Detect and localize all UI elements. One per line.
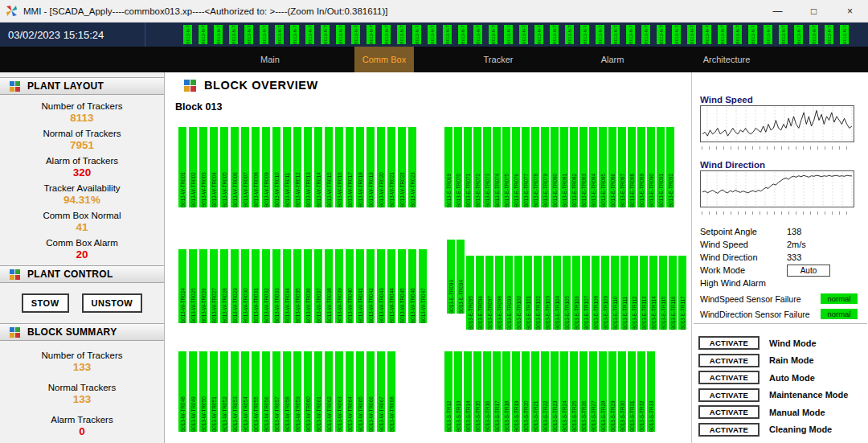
tracker-tag[interactable]: B013-N-TR44 xyxy=(840,25,849,44)
tracker-tag[interactable]: B013-N-TR08 xyxy=(290,25,299,44)
tracker-tag[interactable]: B013-N-TR35 xyxy=(702,25,711,44)
tracker-bar[interactable]: B013-E-TR114 xyxy=(649,256,657,330)
tracker-tag[interactable]: B013-N-TR25 xyxy=(550,25,559,44)
tracker-bar[interactable]: B013-W-TR019 xyxy=(366,127,375,207)
tracker-bar[interactable]: B013-E-TR073 xyxy=(483,127,491,207)
tracker-bar[interactable]: B013-S-TR32 xyxy=(637,351,645,432)
tracker-bar[interactable]: B013-W-TR033 xyxy=(272,249,280,323)
tracker-bar[interactable]: B013-W-TR010 xyxy=(272,127,280,207)
tracker-bar[interactable]: B013-W-TR066 xyxy=(366,351,375,432)
tracker-tag[interactable]: B013-N-TR26 xyxy=(565,25,574,44)
tracker-tag[interactable]: B013-N-TR07 xyxy=(275,25,284,44)
tracker-tag[interactable]: B013-N-TR37 xyxy=(733,25,742,44)
tracker-bar[interactable]: B013-W-TR035 xyxy=(293,249,301,323)
tracker-bar[interactable]: B013-W-TR060 xyxy=(304,351,312,432)
tracker-bar[interactable]: B013-E-TR097 xyxy=(485,256,493,330)
tracker-tag[interactable]: B013-N-TR17 xyxy=(428,25,436,44)
tracker-bar[interactable]: B013-E-TR105 xyxy=(563,256,571,330)
tracker-bar[interactable]: B013-W-TR006 xyxy=(231,127,239,207)
tracker-bar[interactable]: B013-E-TR086 xyxy=(608,127,616,207)
tracker-tag[interactable]: B013-N-TR24 xyxy=(534,25,543,44)
tracker-tag[interactable]: B013-N-TR31 xyxy=(641,25,650,44)
tracker-bar[interactable]: B013-W-TR059 xyxy=(293,351,301,432)
unstow-button[interactable]: UNSTOW xyxy=(82,293,143,313)
tracker-bar[interactable]: B013-W-TR025 xyxy=(189,249,197,323)
tracker-tag[interactable]: B013-N-TR09 xyxy=(305,25,314,44)
tracker-tag[interactable]: B013-N-TR15 xyxy=(397,25,406,44)
tracker-bar[interactable]: B013-W-TR027 xyxy=(210,249,218,323)
tracker-bar[interactable]: B013-S-TR15 xyxy=(473,351,481,432)
tracker-tag[interactable]: B013-N-TR28 xyxy=(596,25,604,44)
tracker-bar[interactable]: B013-W-TR043 xyxy=(377,249,385,323)
tracker-bar[interactable]: B013-E-TR108 xyxy=(592,256,600,330)
tracker-bar[interactable]: B013-E-TR069 xyxy=(444,127,452,207)
tracker-bar[interactable]: B013-E-TR081 xyxy=(560,127,568,207)
tracker-bar[interactable]: B013-E-TR079 xyxy=(541,127,549,207)
tracker-bar[interactable]: B013-W-TR034 xyxy=(283,249,291,323)
tracker-bar[interactable]: B013-E-TR085 xyxy=(599,127,607,207)
tracker-bar[interactable]: B013-E-TR076 xyxy=(512,127,520,207)
tracker-bar[interactable]: B013-W-TR026 xyxy=(199,249,207,323)
tracker-bar[interactable]: B013-W-TR018 xyxy=(356,127,364,207)
tracker-bar[interactable]: B013-E-TR113 xyxy=(640,256,648,330)
tracker-bar[interactable]: B013-W-TR024 xyxy=(178,249,186,323)
tracker-bar[interactable]: B013-E-TR080 xyxy=(551,127,559,207)
minimize-button[interactable]: — xyxy=(760,0,796,22)
tracker-bar[interactable]: B013-W-TR067 xyxy=(377,351,385,432)
tracker-bar[interactable]: B013-W-TR039 xyxy=(335,249,343,323)
tracker-bar[interactable]: B013-E-TR100 xyxy=(514,256,522,330)
tracker-bar[interactable]: B013-E-TR077 xyxy=(522,127,530,207)
tracker-bar[interactable]: B013-E-TR111 xyxy=(620,256,628,330)
activate-button-rain-mode[interactable]: ACTIVATE xyxy=(698,354,760,367)
maximize-button[interactable]: □ xyxy=(796,0,832,22)
tracker-bar[interactable]: B013-W-TR012 xyxy=(293,127,301,207)
tracker-tag[interactable]: B013-N-TR02 xyxy=(199,25,207,44)
tracker-bar[interactable]: B013-E-TR072 xyxy=(473,127,481,207)
tracker-bar[interactable]: B013-W-TR003 xyxy=(199,127,207,207)
tracker-bar[interactable]: B013-E-TR117 xyxy=(678,256,686,330)
tracker-bar[interactable]: B013-E-TR075 xyxy=(502,127,510,207)
tracker-bar[interactable]: B013-E-TR078 xyxy=(531,127,539,207)
tracker-bar[interactable]: B013-E-TR103 xyxy=(543,256,551,330)
tracker-bar[interactable]: B013-S-TR30 xyxy=(618,351,626,432)
tab-main[interactable]: Main xyxy=(240,47,300,72)
tracker-bar[interactable]: B013-E-TR071 xyxy=(464,127,472,207)
tracker-bar[interactable]: B013-W-TR051 xyxy=(210,351,218,432)
tracker-tag[interactable]: B013-N-TR21 xyxy=(489,25,497,44)
tracker-tag[interactable]: B013-N-TR34 xyxy=(687,25,696,44)
tracker-bar[interactable]: B013-W-TR023 xyxy=(408,127,416,207)
tracker-bar[interactable]: B013-W-TR031 xyxy=(252,249,260,323)
tracker-bar[interactable]: B013-S-TR12 xyxy=(444,351,452,432)
tracker-bar[interactable]: B013-W-TR050 xyxy=(199,351,207,432)
tracker-bar[interactable]: B013-W-TR015 xyxy=(325,127,333,207)
tracker-tag[interactable]: B013-N-TR39 xyxy=(764,25,772,44)
tracker-tag[interactable]: B013-N-TR23 xyxy=(519,25,528,44)
tracker-bar[interactable]: B013-E-TR089 xyxy=(637,127,645,207)
tracker-tag[interactable]: B013-N-TR27 xyxy=(580,25,589,44)
tracker-bar[interactable]: B013-E-TR107 xyxy=(582,256,590,330)
tracker-bar[interactable]: B013-W-TR004 xyxy=(210,127,218,207)
tracker-tag[interactable]: B013-N-TR12 xyxy=(351,25,360,44)
tracker-tag[interactable]: B013-N-TR01 xyxy=(183,25,192,44)
tracker-bar[interactable]: B013-W-TR038 xyxy=(325,249,333,323)
tracker-bar[interactable]: B013-E-TR109 xyxy=(601,256,609,330)
tracker-bar[interactable]: B013-E-TR096 xyxy=(476,256,484,330)
tracker-bar[interactable]: B013-W-TR037 xyxy=(314,249,322,323)
activate-button-manual-mode[interactable]: ACTIVATE xyxy=(698,405,760,419)
tracker-bar[interactable]: B013-E-TR099 xyxy=(505,256,513,330)
tracker-tag[interactable]: B013-N-TR40 xyxy=(779,25,788,44)
tracker-bar[interactable]: B013-W-TR065 xyxy=(356,351,364,432)
tracker-tag[interactable]: B013-N-TR29 xyxy=(611,25,620,44)
tracker-bar[interactable]: B013-W-TR055 xyxy=(252,351,260,432)
tracker-bar[interactable]: B013-W-TR030 xyxy=(241,249,249,323)
tracker-bar[interactable]: B013-E-TR104 xyxy=(553,256,561,330)
activate-button-wind-mode[interactable]: ACTIVATE xyxy=(698,336,760,350)
tracker-bar[interactable]: B013-W-TR052 xyxy=(220,351,228,432)
stow-button[interactable]: STOW xyxy=(22,293,69,313)
activate-button-maintenance-mode[interactable]: ACTIVATE xyxy=(698,388,760,402)
tracker-bar[interactable]: B013-S-TR29 xyxy=(608,351,616,432)
tracker-tag[interactable]: B013-N-TR04 xyxy=(229,25,238,44)
tracker-bar[interactable]: B013-W-TR011 xyxy=(283,127,291,207)
tracker-bar[interactable]: B013-W-TR001 xyxy=(178,127,186,207)
tracker-bar[interactable]: B013-W-TR032 xyxy=(262,249,270,323)
